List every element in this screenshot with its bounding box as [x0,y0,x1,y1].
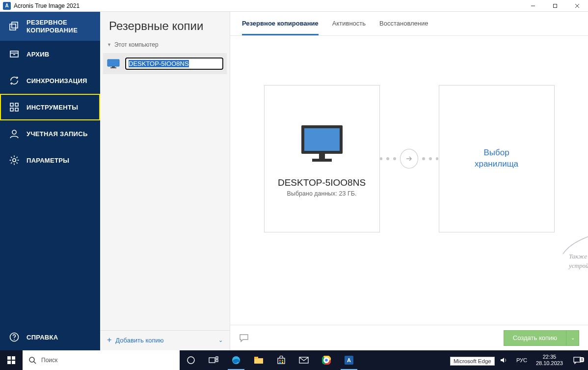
collapse-icon: ▼ [107,42,111,47]
svg-rect-25 [107,59,119,66]
svg-line-21 [17,157,18,158]
tabs: Резервное копирование Активность Восстан… [230,12,588,36]
plus-icon: + [107,336,111,344]
tab-backup[interactable]: Резервное копирование [242,20,319,35]
sidebar-item-account[interactable]: УЧЕТНАЯ ЗАПИСЬ [0,120,100,147]
taskbar-search[interactable]: Поиск [23,350,180,370]
help-icon [9,332,20,342]
svg-line-20 [17,163,18,164]
svg-rect-43 [254,358,263,364]
sidebar-item-label: СИНХРОНИЗАЦИЯ [27,77,87,85]
tray-notifications[interactable]: 8 [568,356,586,364]
computer-icon [293,120,351,170]
taskbar-cortana[interactable] [180,350,202,370]
maximize-button[interactable] [544,0,566,12]
svg-rect-44 [254,357,258,359]
svg-rect-33 [12,356,15,360]
svg-rect-46 [279,360,281,361]
svg-line-22 [11,163,12,164]
hint-arrow-icon [559,227,588,256]
create-backup-button[interactable]: Создать копию ⌄ [504,330,579,346]
tray-time: 22:35 [543,354,557,360]
sidebar-item-label: СПРАВКА [27,334,58,341]
group-header[interactable]: ▼ Этот компьютер [100,39,230,52]
svg-rect-12 [15,108,18,111]
panel-title: Резервные копии [100,12,230,39]
svg-rect-1 [553,4,557,7]
tab-recovery[interactable]: Восстановление [379,20,428,35]
sidebar-item-backup[interactable]: РЕЗЕРВНОЕ КОПИРОВАНИЕ [0,12,100,41]
tray-clock[interactable]: 22:35 28.10.2023 [533,350,566,370]
app-icon: A [3,2,11,10]
sync-icon [9,75,20,86]
notif-badge: 8 [580,357,584,362]
main-panel: Резервное копирование Активность Восстан… [230,12,588,350]
sidebar-item-label: ИНСТРУМЕНТЫ [27,104,78,111]
svg-rect-27 [110,67,116,68]
close-button[interactable] [566,0,588,12]
sidebar-item-tools[interactable]: ИНСТРУМЕНТЫ [0,94,100,120]
taskbar-taskview[interactable] [202,350,225,370]
svg-line-19 [11,157,12,158]
svg-line-37 [34,362,36,364]
svg-rect-35 [12,361,15,364]
backup-entry[interactable] [103,53,227,74]
taskbar-chrome[interactable] [315,350,338,370]
sidebar-item-label: АРХИВ [27,51,49,58]
create-backup-label: Создать копию [504,334,566,342]
svg-point-36 [29,357,34,362]
gear-icon [9,155,20,166]
svg-rect-41 [216,360,218,362]
svg-rect-26 [112,66,115,67]
svg-rect-48 [279,362,281,363]
taskbar-acronis[interactable]: A [338,350,360,370]
destination-line1: Выбор [483,147,509,159]
source-name: DESKTOP-5IOO8NS [278,177,366,188]
svg-point-38 [187,357,194,364]
svg-rect-5 [12,22,18,28]
svg-rect-45 [278,358,285,364]
destination-card[interactable]: Выбор хранилища [439,85,555,232]
svg-rect-32 [7,356,11,360]
svg-point-13 [12,130,16,134]
svg-point-55 [325,359,328,362]
svg-rect-10 [15,103,18,106]
svg-rect-11 [10,108,13,111]
comment-icon[interactable] [239,334,249,342]
create-backup-dropdown[interactable]: ⌄ [566,331,579,345]
svg-rect-34 [7,361,11,364]
svg-rect-31 [312,159,332,162]
window-titlebar: A Acronis True Image 2021 [0,0,588,12]
taskbar-mail[interactable] [293,350,315,370]
start-button[interactable] [0,350,23,370]
group-label: Этот компьютер [114,41,159,48]
chevron-down-icon[interactable]: ⌄ [218,337,223,343]
svg-rect-47 [282,360,283,361]
add-backup-button[interactable]: + Добавить копию ⌄ [100,330,230,350]
minimize-button[interactable] [522,0,544,12]
svg-rect-49 [282,362,283,363]
sidebar-item-help[interactable]: СПРАВКА [0,324,100,350]
sidebar-item-label: РЕЗЕРВНОЕ КОПИРОВАНИЕ [27,19,91,34]
content-area: DESKTOP-5IOO8NS Выбрано данных: 23 ГБ. В… [230,36,588,325]
taskbar-edge[interactable] [225,350,247,370]
sidebar-item-sync[interactable]: СИНХРОНИЗАЦИЯ [0,67,100,94]
tab-activity[interactable]: Активность [332,20,366,35]
sidebar-item-archive[interactable]: АРХИВ [0,41,100,67]
svg-rect-30 [319,154,325,159]
account-icon [9,128,20,139]
main-footer: Создать копию ⌄ [230,325,588,350]
tray-language[interactable]: РУС [513,350,531,370]
source-card[interactable]: DESKTOP-5IOO8NS Выбрано данных: 23 ГБ. [264,85,380,232]
svg-rect-29 [304,128,340,151]
sidebar: РЕЗЕРВНОЕ КОПИРОВАНИЕ АРХИВ СИНХРОНИЗАЦИ… [0,12,100,350]
taskbar-explorer[interactable] [247,350,270,370]
tray-volume-icon[interactable] [496,350,511,370]
backup-list-panel: Резервные копии ▼ Этот компьютер + Добав… [100,12,230,350]
backup-name-input[interactable] [125,57,223,70]
windows-taskbar: Поиск A РУС 22:35 28.10.2023 [0,350,588,370]
sidebar-item-settings[interactable]: ПАРАМЕТРЫ [0,147,100,173]
taskbar-store[interactable] [270,350,293,370]
archive-icon [9,49,20,59]
svg-rect-40 [216,357,218,359]
